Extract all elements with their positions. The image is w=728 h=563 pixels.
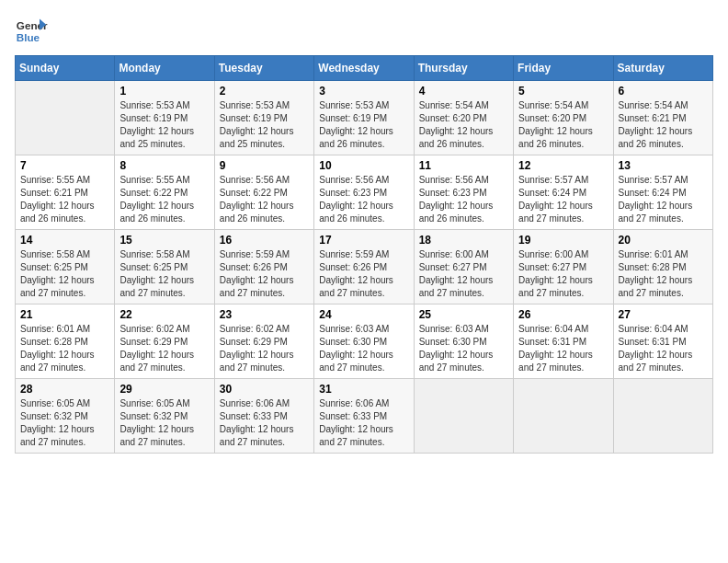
day-info: Sunrise: 5:53 AM Sunset: 6:19 PM Dayligh… xyxy=(319,99,408,151)
calendar-cell: 21Sunrise: 6:01 AM Sunset: 6:28 PM Dayli… xyxy=(16,304,115,379)
calendar-cell: 22Sunrise: 6:02 AM Sunset: 6:29 PM Dayli… xyxy=(115,304,214,379)
calendar-cell: 23Sunrise: 6:02 AM Sunset: 6:29 PM Dayli… xyxy=(214,304,313,379)
calendar-cell: 27Sunrise: 6:04 AM Sunset: 6:31 PM Dayli… xyxy=(613,304,712,379)
day-number: 14 xyxy=(20,234,109,247)
day-number: 4 xyxy=(419,85,508,98)
calendar-cell: 1Sunrise: 5:53 AM Sunset: 6:19 PM Daylig… xyxy=(115,81,214,155)
day-info: Sunrise: 5:55 AM Sunset: 6:21 PM Dayligh… xyxy=(20,174,109,225)
day-info: Sunrise: 5:56 AM Sunset: 6:22 PM Dayligh… xyxy=(220,174,309,225)
day-number: 11 xyxy=(419,159,508,172)
calendar-cell: 20Sunrise: 6:01 AM Sunset: 6:28 PM Dayli… xyxy=(613,230,712,304)
day-number: 30 xyxy=(220,383,309,396)
calendar-cell: 12Sunrise: 5:57 AM Sunset: 6:24 PM Dayli… xyxy=(514,155,613,230)
calendar-cell: 11Sunrise: 5:56 AM Sunset: 6:23 PM Dayli… xyxy=(414,155,513,230)
day-number: 8 xyxy=(119,159,209,172)
day-number: 22 xyxy=(119,308,209,321)
day-number: 10 xyxy=(319,159,408,172)
day-number: 31 xyxy=(319,383,408,396)
calendar-cell: 7Sunrise: 5:55 AM Sunset: 6:21 PM Daylig… xyxy=(16,155,115,230)
day-number: 23 xyxy=(220,308,309,321)
day-info: Sunrise: 6:04 AM Sunset: 6:31 PM Dayligh… xyxy=(518,323,608,374)
calendar-cell: 18Sunrise: 6:00 AM Sunset: 6:27 PM Dayli… xyxy=(414,230,513,304)
day-number: 21 xyxy=(20,308,109,321)
day-info: Sunrise: 5:56 AM Sunset: 6:23 PM Dayligh… xyxy=(319,174,408,225)
day-number: 6 xyxy=(619,85,708,98)
calendar-cell: 10Sunrise: 5:56 AM Sunset: 6:23 PM Dayli… xyxy=(314,155,414,230)
day-number: 26 xyxy=(518,308,608,321)
day-info: Sunrise: 6:03 AM Sunset: 6:30 PM Dayligh… xyxy=(419,323,508,374)
calendar-cell xyxy=(414,379,513,454)
day-info: Sunrise: 6:05 AM Sunset: 6:32 PM Dayligh… xyxy=(119,397,209,449)
calendar-cell: 14Sunrise: 5:58 AM Sunset: 6:25 PM Dayli… xyxy=(16,230,115,304)
day-number: 3 xyxy=(319,85,408,98)
column-header-tuesday: Tuesday xyxy=(214,56,313,81)
day-number: 17 xyxy=(319,234,408,247)
calendar-cell: 30Sunrise: 6:06 AM Sunset: 6:33 PM Dayli… xyxy=(214,379,313,454)
day-info: Sunrise: 5:58 AM Sunset: 6:25 PM Dayligh… xyxy=(20,248,109,300)
calendar-body: 1Sunrise: 5:53 AM Sunset: 6:19 PM Daylig… xyxy=(16,81,713,454)
day-info: Sunrise: 6:02 AM Sunset: 6:29 PM Dayligh… xyxy=(119,323,209,374)
calendar-week-2: 7Sunrise: 5:55 AM Sunset: 6:21 PM Daylig… xyxy=(16,155,713,230)
calendar-cell: 15Sunrise: 5:58 AM Sunset: 6:25 PM Dayli… xyxy=(115,230,214,304)
calendar-week-3: 14Sunrise: 5:58 AM Sunset: 6:25 PM Dayli… xyxy=(16,230,713,304)
calendar-week-1: 1Sunrise: 5:53 AM Sunset: 6:19 PM Daylig… xyxy=(16,81,713,155)
day-info: Sunrise: 6:06 AM Sunset: 6:33 PM Dayligh… xyxy=(220,397,309,449)
day-number: 12 xyxy=(518,159,608,172)
calendar-cell: 28Sunrise: 6:05 AM Sunset: 6:32 PM Dayli… xyxy=(16,379,115,454)
calendar-cell: 31Sunrise: 6:06 AM Sunset: 6:33 PM Dayli… xyxy=(314,379,414,454)
column-header-wednesday: Wednesday xyxy=(314,56,414,81)
logo: General Blue xyxy=(15,15,48,48)
day-info: Sunrise: 5:54 AM Sunset: 6:20 PM Dayligh… xyxy=(518,99,608,151)
day-number: 5 xyxy=(518,85,608,98)
column-header-sunday: Sunday xyxy=(16,56,115,81)
calendar-cell: 13Sunrise: 5:57 AM Sunset: 6:24 PM Dayli… xyxy=(613,155,712,230)
day-info: Sunrise: 5:54 AM Sunset: 6:20 PM Dayligh… xyxy=(419,99,508,151)
day-info: Sunrise: 6:06 AM Sunset: 6:33 PM Dayligh… xyxy=(319,397,408,449)
day-info: Sunrise: 6:05 AM Sunset: 6:32 PM Dayligh… xyxy=(20,397,109,449)
day-number: 15 xyxy=(119,234,209,247)
day-info: Sunrise: 5:57 AM Sunset: 6:24 PM Dayligh… xyxy=(518,174,608,225)
calendar-cell: 2Sunrise: 5:53 AM Sunset: 6:19 PM Daylig… xyxy=(214,81,313,155)
column-header-saturday: Saturday xyxy=(613,56,712,81)
calendar-cell: 24Sunrise: 6:03 AM Sunset: 6:30 PM Dayli… xyxy=(314,304,414,379)
day-number: 16 xyxy=(220,234,309,247)
calendar-cell: 8Sunrise: 5:55 AM Sunset: 6:22 PM Daylig… xyxy=(115,155,214,230)
day-number: 19 xyxy=(518,234,608,247)
day-info: Sunrise: 5:54 AM Sunset: 6:21 PM Dayligh… xyxy=(619,99,708,151)
calendar-cell: 6Sunrise: 5:54 AM Sunset: 6:21 PM Daylig… xyxy=(613,81,712,155)
calendar-cell: 9Sunrise: 5:56 AM Sunset: 6:22 PM Daylig… xyxy=(214,155,313,230)
calendar-cell xyxy=(514,379,613,454)
day-info: Sunrise: 6:04 AM Sunset: 6:31 PM Dayligh… xyxy=(619,323,708,374)
day-number: 2 xyxy=(220,85,309,98)
column-header-thursday: Thursday xyxy=(414,56,513,81)
column-header-monday: Monday xyxy=(115,56,214,81)
day-info: Sunrise: 5:57 AM Sunset: 6:24 PM Dayligh… xyxy=(619,174,708,225)
day-number: 1 xyxy=(119,85,209,98)
day-info: Sunrise: 5:59 AM Sunset: 6:26 PM Dayligh… xyxy=(220,248,309,300)
page-header: General Blue xyxy=(15,15,713,48)
day-info: Sunrise: 5:56 AM Sunset: 6:23 PM Dayligh… xyxy=(419,174,508,225)
day-number: 20 xyxy=(619,234,708,247)
calendar-cell: 17Sunrise: 5:59 AM Sunset: 6:26 PM Dayli… xyxy=(314,230,414,304)
calendar-table: SundayMondayTuesdayWednesdayThursdayFrid… xyxy=(15,55,713,454)
day-info: Sunrise: 6:00 AM Sunset: 6:27 PM Dayligh… xyxy=(518,248,608,300)
day-info: Sunrise: 5:53 AM Sunset: 6:19 PM Dayligh… xyxy=(119,99,209,151)
day-info: Sunrise: 5:53 AM Sunset: 6:19 PM Dayligh… xyxy=(220,99,309,151)
day-number: 13 xyxy=(619,159,708,172)
calendar-cell: 26Sunrise: 6:04 AM Sunset: 6:31 PM Dayli… xyxy=(514,304,613,379)
day-info: Sunrise: 6:01 AM Sunset: 6:28 PM Dayligh… xyxy=(20,323,109,374)
day-number: 27 xyxy=(619,308,708,321)
day-info: Sunrise: 5:55 AM Sunset: 6:22 PM Dayligh… xyxy=(119,174,209,225)
day-info: Sunrise: 5:59 AM Sunset: 6:26 PM Dayligh… xyxy=(319,248,408,300)
calendar-cell xyxy=(16,81,115,155)
calendar-cell: 16Sunrise: 5:59 AM Sunset: 6:26 PM Dayli… xyxy=(214,230,313,304)
day-number: 29 xyxy=(119,383,209,396)
logo-icon: General Blue xyxy=(15,15,48,48)
day-info: Sunrise: 6:01 AM Sunset: 6:28 PM Dayligh… xyxy=(619,248,708,300)
day-info: Sunrise: 6:02 AM Sunset: 6:29 PM Dayligh… xyxy=(220,323,309,374)
calendar-cell: 25Sunrise: 6:03 AM Sunset: 6:30 PM Dayli… xyxy=(414,304,513,379)
day-number: 7 xyxy=(20,159,109,172)
calendar-cell: 5Sunrise: 5:54 AM Sunset: 6:20 PM Daylig… xyxy=(514,81,613,155)
calendar-cell: 29Sunrise: 6:05 AM Sunset: 6:32 PM Dayli… xyxy=(115,379,214,454)
calendar-cell: 4Sunrise: 5:54 AM Sunset: 6:20 PM Daylig… xyxy=(414,81,513,155)
